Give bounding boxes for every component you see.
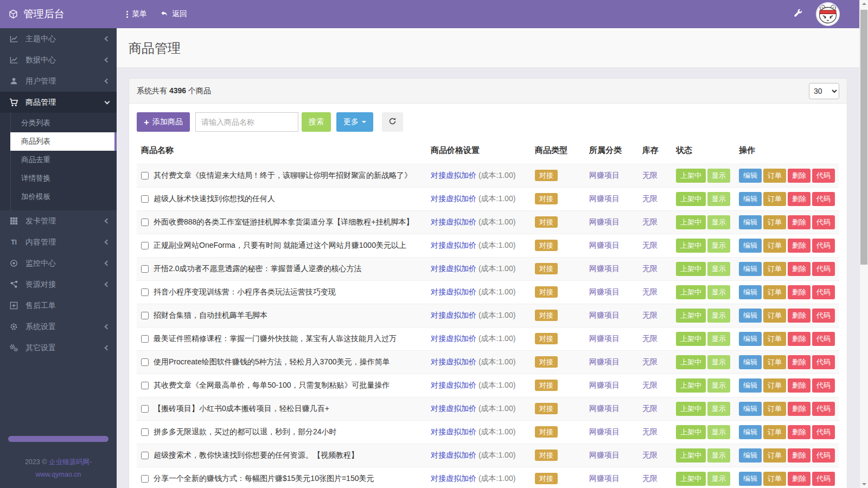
- status-onsale-button[interactable]: 上架中: [676, 425, 706, 439]
- row-checkbox[interactable]: [141, 312, 149, 319]
- category-link[interactable]: 网赚项目: [589, 171, 620, 179]
- sidebar-item-data-center[interactable]: 数据中心: [0, 49, 117, 70]
- sidebar-item-aftersale-ticket[interactable]: 售后工单: [0, 295, 117, 316]
- price-mode-link[interactable]: 对接虚拟加价: [431, 287, 476, 296]
- add-product-button[interactable]: + 添加商品: [137, 112, 190, 132]
- code-button[interactable]: 代码: [812, 192, 835, 206]
- row-checkbox[interactable]: [141, 265, 149, 273]
- vertical-scrollbar[interactable]: [859, 0, 868, 488]
- status-show-button[interactable]: 显示: [707, 355, 730, 369]
- order-button[interactable]: 订单: [763, 332, 786, 346]
- edit-button[interactable]: 编辑: [739, 309, 762, 323]
- category-link[interactable]: 网赚项目: [589, 404, 620, 413]
- edit-button[interactable]: 编辑: [739, 448, 762, 463]
- code-button[interactable]: 代码: [812, 425, 835, 439]
- price-mode-link[interactable]: 对接虚拟加价: [431, 427, 476, 436]
- sidebar-item-system-settings[interactable]: 系统设置: [0, 316, 117, 337]
- status-show-button[interactable]: 显示: [707, 239, 730, 253]
- order-button[interactable]: 订单: [763, 239, 786, 253]
- sidebar-item-theme-center[interactable]: 主题中心: [0, 28, 117, 49]
- category-link[interactable]: 网赚项目: [589, 427, 620, 436]
- delete-button[interactable]: 删除: [788, 355, 810, 369]
- code-button[interactable]: 代码: [812, 309, 835, 323]
- edit-button[interactable]: 编辑: [739, 425, 762, 439]
- code-button[interactable]: 代码: [812, 215, 835, 229]
- user-avatar[interactable]: [817, 3, 839, 25]
- sidebar-item-content-management[interactable]: TI内容管理: [0, 232, 117, 253]
- sidebar-item-monitor-center[interactable]: 监控中心: [0, 253, 117, 274]
- status-onsale-button[interactable]: 上架中: [676, 309, 706, 323]
- order-button[interactable]: 订单: [763, 215, 786, 229]
- delete-button[interactable]: 删除: [788, 192, 810, 206]
- status-onsale-button[interactable]: 上架中: [676, 472, 706, 486]
- status-onsale-button[interactable]: 上架中: [676, 448, 706, 463]
- delete-button[interactable]: 删除: [788, 262, 810, 276]
- order-button[interactable]: 订单: [763, 262, 786, 276]
- status-onsale-button[interactable]: 上架中: [676, 262, 706, 276]
- delete-button[interactable]: 删除: [788, 472, 810, 486]
- row-checkbox[interactable]: [141, 242, 149, 249]
- delete-button[interactable]: 删除: [788, 239, 810, 253]
- price-mode-link[interactable]: 对接虚拟加价: [431, 474, 476, 483]
- category-link[interactable]: 网赚项目: [589, 357, 620, 366]
- back-button[interactable]: 返回: [160, 9, 187, 19]
- code-button[interactable]: 代码: [812, 378, 835, 393]
- order-button[interactable]: 订单: [763, 378, 786, 393]
- code-button[interactable]: 代码: [812, 332, 835, 346]
- row-checkbox[interactable]: [141, 335, 149, 343]
- price-mode-link[interactable]: 对接虚拟加价: [431, 264, 476, 273]
- order-button[interactable]: 订单: [763, 355, 786, 369]
- delete-button[interactable]: 删除: [788, 309, 810, 323]
- row-checkbox[interactable]: [141, 475, 149, 483]
- status-onsale-button[interactable]: 上架中: [676, 215, 706, 229]
- status-show-button[interactable]: 显示: [707, 215, 730, 229]
- price-mode-link[interactable]: 对接虚拟加价: [431, 311, 476, 319]
- row-checkbox[interactable]: [141, 288, 149, 296]
- status-show-button[interactable]: 显示: [707, 402, 730, 416]
- sidebar-item-user-management[interactable]: 用户管理: [0, 70, 117, 92]
- edit-button[interactable]: 编辑: [739, 472, 762, 486]
- code-button[interactable]: 代码: [812, 239, 835, 253]
- status-show-button[interactable]: 显示: [707, 425, 730, 439]
- category-link[interactable]: 网赚项目: [589, 241, 620, 249]
- delete-button[interactable]: 删除: [788, 448, 810, 463]
- status-show-button[interactable]: 显示: [707, 309, 730, 323]
- delete-button[interactable]: 删除: [788, 402, 810, 416]
- price-mode-link[interactable]: 对接虚拟加价: [431, 381, 476, 389]
- status-show-button[interactable]: 显示: [707, 262, 730, 276]
- search-button[interactable]: 搜索: [302, 112, 331, 132]
- category-link[interactable]: 网赚项目: [589, 381, 620, 389]
- sidebar-subitem-product-dedupe[interactable]: 商品去重: [10, 151, 117, 169]
- sidebar-subitem-category-list[interactable]: 分类列表: [10, 114, 117, 132]
- scroll-up-arrow-icon[interactable]: [862, 3, 866, 5]
- order-button[interactable]: 订单: [763, 425, 786, 439]
- more-dropdown-button[interactable]: 更多: [336, 112, 373, 132]
- row-checkbox[interactable]: [141, 219, 149, 226]
- price-mode-link[interactable]: 对接虚拟加价: [431, 217, 476, 226]
- edit-button[interactable]: 编辑: [739, 215, 762, 229]
- row-checkbox[interactable]: [141, 195, 149, 203]
- code-button[interactable]: 代码: [812, 402, 835, 416]
- refresh-button[interactable]: [382, 112, 403, 132]
- status-onsale-button[interactable]: 上架中: [676, 378, 706, 393]
- row-checkbox[interactable]: [141, 428, 149, 436]
- code-button[interactable]: 代码: [812, 448, 835, 463]
- sidebar-item-product-management[interactable]: 商品管理: [0, 92, 117, 113]
- sidebar-item-resource-dock[interactable]: 资源对接: [0, 274, 117, 295]
- edit-button[interactable]: 编辑: [739, 402, 762, 416]
- code-button[interactable]: 代码: [812, 285, 835, 299]
- menu-toggle-button[interactable]: 菜单: [126, 9, 147, 19]
- order-button[interactable]: 订单: [763, 402, 786, 416]
- page-size-select[interactable]: 30: [809, 83, 839, 99]
- row-checkbox[interactable]: [141, 382, 149, 389]
- scrollbar-thumb[interactable]: [860, 10, 867, 265]
- status-show-button[interactable]: 显示: [707, 332, 730, 346]
- sidebar-item-card-management[interactable]: 发卡管理: [0, 210, 117, 232]
- edit-button[interactable]: 编辑: [739, 239, 762, 253]
- status-show-button[interactable]: 显示: [707, 472, 730, 486]
- price-mode-link[interactable]: 对接虚拟加价: [431, 357, 476, 366]
- category-link[interactable]: 网赚项目: [589, 334, 620, 343]
- status-onsale-button[interactable]: 上架中: [676, 239, 706, 253]
- order-button[interactable]: 订单: [763, 472, 786, 486]
- edit-button[interactable]: 编辑: [739, 169, 762, 183]
